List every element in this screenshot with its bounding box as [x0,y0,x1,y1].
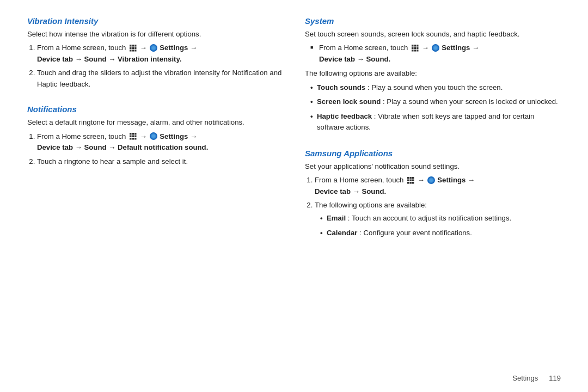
step1-arrow1: → [140,44,149,52]
step1-text-before: From a Home screen, touch [37,44,128,52]
notifications-title: Notifications [27,105,283,114]
email-bold: Email [327,214,346,222]
samsung-step1-arrow: → [418,176,427,184]
svg-rect-22 [414,47,416,49]
svg-rect-11 [134,133,137,135]
system-bullet-screen-lock: Screen lock sound : Play a sound when yo… [310,96,561,107]
svg-rect-20 [416,45,419,47]
samsung-step1-bold: Device tab → Sound. [315,187,386,195]
system-square-item: From a Home screen, touch [310,42,561,65]
system-title: System [305,16,561,26]
calendar-text: : Configure your event notifications. [359,229,472,237]
grid-icon-4 [407,176,414,184]
svg-rect-34 [410,182,412,184]
samsung-bullet-calendar: Calendar : Configure your event notifica… [320,228,561,238]
screen-lock-bold: Screen lock sound [317,97,381,106]
notifications-steps: From a Home screen, touch [27,131,283,167]
notif-step1-before: From a Home screen, touch [37,132,128,140]
haptic-bold: Haptic feedback [317,112,372,120]
system-section: System Set touch screen sounds, screen l… [305,16,561,137]
sys-item-settings: Settings → [442,44,479,52]
notif-step1-bold: Device tab → Sound → Default notificatio… [37,143,208,151]
svg-rect-23 [416,47,419,49]
samsung-apps-section: Samsung Applications Set your applicatio… [305,149,561,242]
svg-rect-7 [132,50,134,52]
system-intro: Set touch screen sounds, screen lock sou… [305,29,561,40]
system-body: Set touch screen sounds, screen lock sou… [305,29,561,133]
grid-icon-2 [129,132,137,140]
svg-rect-6 [130,50,132,52]
touch-sounds-bold: Touch sounds [317,83,365,91]
right-column: System Set touch screen sounds, screen l… [305,16,561,381]
vibration-intensity-body: Select how intense the vibration is for … [27,29,283,90]
system-square-list: From a Home screen, touch [305,42,561,65]
vibration-step-2: Touch and drag the sliders to adjust the… [37,68,283,90]
email-text: : Touch an account to adjust its notific… [348,214,511,222]
svg-rect-30 [407,179,409,181]
svg-rect-21 [412,47,414,49]
svg-rect-3 [130,47,132,49]
svg-rect-27 [407,177,409,179]
sys-item-before: From a Home screen, touch [319,44,410,52]
settings-icon-2 [150,132,157,140]
settings-icon-1 [150,44,157,52]
system-bullet-touch-sounds: Touch sounds : Play a sound when you tou… [310,82,561,93]
svg-rect-31 [410,179,412,181]
calendar-bold: Calendar [327,229,357,237]
system-bullet-haptic: Haptic feedback : Vibrate when soft keys… [310,111,561,133]
svg-rect-18 [412,45,414,47]
samsung-apps-body: Set your applications' notification soun… [305,161,561,239]
vibration-intro: Select how intense the vibration is for … [27,29,283,40]
left-column: Vibration Intensity Select how intense t… [27,16,283,381]
svg-rect-9 [130,133,132,135]
svg-rect-16 [132,138,134,140]
settings-icon-4 [427,176,435,184]
grid-icon-1 [129,44,137,52]
samsung-apps-title: Samsung Applications [305,149,561,158]
svg-rect-2 [134,45,137,47]
samsung-apps-intro: Set your applications' notification soun… [305,161,561,172]
samsung-bullet-email: Email : Touch an account to adjust its n… [320,213,561,224]
notifications-step-1: From a Home screen, touch [37,131,283,154]
svg-rect-17 [134,138,137,140]
sys-item-arrow: → [422,44,431,52]
notif-step1-settings: Settings → [160,132,197,140]
svg-rect-24 [412,50,414,52]
grid-icon-3 [411,44,419,52]
samsung-step-1: From a Home screen, touch [315,175,561,197]
svg-rect-29 [412,177,414,179]
svg-rect-4 [132,47,134,49]
svg-rect-13 [132,136,134,138]
vibration-step-1: From a Home screen, touch [37,42,283,65]
svg-rect-8 [134,50,137,52]
notifications-intro: Select a default ringtone for message, a… [27,117,283,128]
step1-bold-line: Device tab → Sound → Vibration intensity… [37,55,182,63]
notifications-step-2: Touch a ringtone to hear a sample and se… [37,156,283,167]
samsung-apps-bullet-list: Email : Touch an account to adjust its n… [315,213,561,238]
svg-rect-19 [414,45,416,47]
sys-item-bold: Device tab → Sound. [319,55,390,63]
svg-rect-28 [410,177,412,179]
settings-icon-3 [432,44,439,52]
svg-rect-35 [412,182,414,184]
svg-rect-1 [132,45,134,47]
screen-lock-text: : Play a sound when your screen is locke… [383,97,558,106]
system-bullet-list: Touch sounds : Play a sound when you tou… [305,82,561,133]
notifications-body: Select a default ringtone for message, a… [27,117,283,167]
touch-sounds-text: : Play a sound when you touch the screen… [367,83,503,91]
samsung-apps-steps: From a Home screen, touch [305,175,561,238]
svg-rect-10 [132,133,134,135]
svg-rect-12 [130,136,132,138]
notifications-section: Notifications Select a default ringtone … [27,105,283,170]
footer-label: Settings [512,374,538,382]
vibration-steps: From a Home screen, touch [27,42,283,90]
samsung-step1-settings: Settings → [437,176,475,184]
svg-rect-14 [134,136,137,138]
svg-rect-15 [130,138,132,140]
system-following: The following options are available: [305,68,561,79]
svg-rect-0 [130,45,132,47]
svg-rect-26 [416,50,419,52]
svg-rect-5 [134,47,137,49]
notif-step1-arrow: → [140,132,149,140]
page-number: 119 [549,374,561,382]
